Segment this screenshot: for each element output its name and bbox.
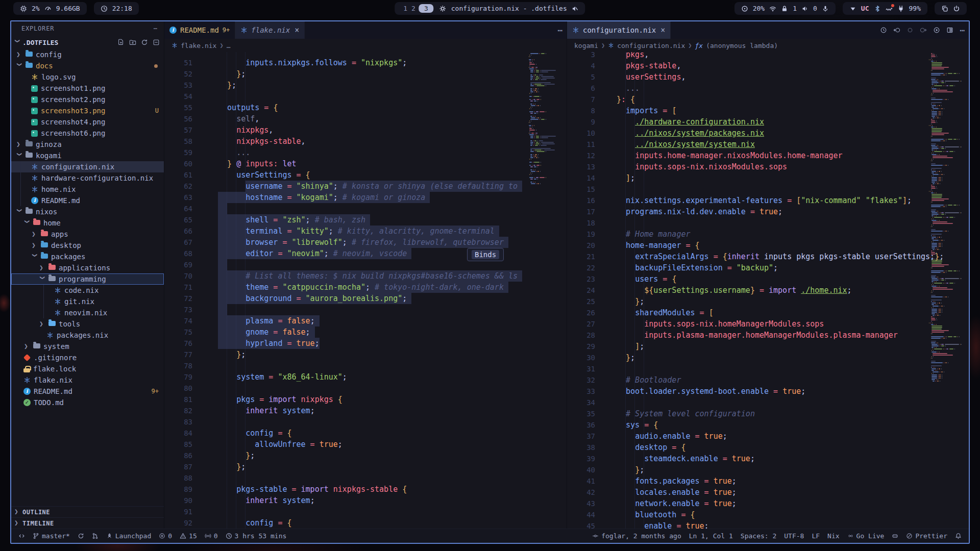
code-line-41[interactable]: 41 fonts.packages = true; [567, 475, 969, 487]
code-line-67[interactable]: 67 browser = "librewolf"; # firefox, lib… [164, 237, 567, 248]
code-line-33[interactable]: 33 boot.loader.systemd-boot.enable = tru… [567, 386, 969, 397]
hardware-pill[interactable]: 20% 1 0 [734, 2, 836, 15]
tree-item-hardware-configuration.nix[interactable]: hardware-configuration.nix [11, 172, 164, 184]
code-line-77[interactable]: 77 }; [164, 349, 567, 360]
code-line-90[interactable]: 90 inherit system; [164, 495, 567, 506]
code-line-6[interactable]: 6 ... [567, 83, 969, 94]
code-line-91[interactable]: 91 [164, 506, 567, 517]
notifications-bell[interactable] [955, 533, 962, 539]
outline-section[interactable]: ❯ OUTLINE [11, 506, 164, 517]
code-line-57[interactable]: 57 nixpkgs, [164, 124, 567, 136]
tree-item-flake.lock[interactable]: flake.lock [11, 363, 164, 374]
tree-item-system[interactable]: ❯system [11, 341, 164, 352]
prettier[interactable]: Prettier [906, 532, 947, 540]
close-icon[interactable]: × [660, 26, 665, 35]
tree-item-packages.nix[interactable]: packages.nix [11, 330, 164, 341]
tree-item-config[interactable]: ❯config [11, 49, 164, 60]
collapse-all-icon[interactable] [153, 39, 160, 46]
refresh-icon[interactable] [141, 39, 148, 46]
code-line-22[interactable]: 22 backupFileExtension = "backup"; [567, 262, 969, 273]
code-line-8[interactable]: 8 imports = [ [567, 105, 969, 116]
go-live[interactable]: Go Live [847, 532, 885, 540]
code-line-52[interactable]: 52 }; [164, 68, 567, 80]
code-line-68[interactable]: 68 editor = "neovim"; # neovim, vscode [164, 248, 567, 259]
close-icon[interactable]: × [295, 26, 299, 35]
code-line-78[interactable]: 78 [164, 360, 567, 371]
code-line-75[interactable]: 75 gnome = false; [164, 327, 567, 338]
code-line-14[interactable]: 14 ]; [567, 172, 969, 184]
code-line-39[interactable]: 39 steamdeck.enable = true; [567, 453, 969, 464]
ports-forwarded[interactable]: 0 [205, 532, 218, 540]
code-line-76[interactable]: 76 hyprland = true; [164, 338, 567, 349]
code-line-7[interactable]: 7}: { [567, 94, 969, 105]
code-line-51[interactable]: 51 inputs.nixpkgs.follows = "nixpkgs"; [164, 57, 567, 68]
code-line-58[interactable]: 58 nixpkgs-stable, [164, 136, 567, 147]
code-line-62[interactable]: 62 username = "shinya"; # konsta or shin… [164, 181, 567, 192]
code-line-38[interactable]: 38 desktop = { [567, 442, 969, 453]
code-line-53[interactable]: 53 }; [164, 80, 567, 91]
code-line-81[interactable]: 81 pkgs = import nixpkgs { [164, 394, 567, 405]
new-folder-icon[interactable] [129, 39, 136, 46]
code-line-80[interactable]: 80 [164, 383, 567, 394]
problems-warnings[interactable]: 15 [180, 532, 197, 540]
breadcrumb-symbol[interactable]: (anonymous lambda) [706, 42, 778, 49]
code-line-18[interactable]: 18 [567, 217, 969, 229]
code-line-36[interactable]: 36 sys = { [567, 419, 969, 431]
editor-more-actions-icon[interactable]: ⋯ [557, 26, 562, 35]
tree-item-home.nix[interactable]: home.nix [11, 184, 164, 195]
code-line-32[interactable]: 32 # Bootloader [567, 374, 969, 386]
code-line-72[interactable]: 72 background = "aurora_borealis.png"; [164, 293, 567, 304]
copilot[interactable] [892, 533, 898, 539]
code-line-42[interactable]: 42 locales.enable = true; [567, 487, 969, 498]
git-branch[interactable]: master* [33, 532, 70, 540]
code-line-60[interactable]: 60 } @ inputs: let [164, 158, 567, 169]
tree-item-code.nix[interactable]: code.nix [11, 285, 164, 296]
code-line-29[interactable]: 29 ]; [567, 341, 969, 352]
code-line-79[interactable]: 79 system = "x86_64-linux"; [164, 371, 567, 383]
tree-item-readme.md[interactable]: iREADME.md [11, 195, 164, 206]
code-line-59[interactable]: 59 ... [164, 147, 567, 158]
code-line-73[interactable]: 73 [164, 304, 567, 315]
code-line-21[interactable]: 21 extraSpecialArgs = {inherit inputs pk… [567, 251, 969, 262]
run-code-icon[interactable] [933, 27, 940, 34]
clipboard-icon[interactable] [941, 5, 948, 12]
code-line-3[interactable]: 3 pkgs, [567, 52, 969, 60]
circle-icon[interactable] [906, 27, 914, 34]
time-tracker[interactable]: 3 hrs 53 mins [226, 532, 287, 540]
code-line-54[interactable]: 54 [164, 91, 567, 102]
code-line-5[interactable]: 5 userSettings, [567, 71, 969, 83]
tree-item-readme.md[interactable]: iREADME.md9+ [11, 386, 164, 397]
code-line-86[interactable]: 86 }; [164, 450, 567, 461]
navigate-forward-icon[interactable] [920, 27, 927, 34]
tab-configuration-nix[interactable]: configuration.nix × [567, 21, 671, 39]
code-line-69[interactable]: 69 [164, 259, 567, 270]
breadcrumbs-left[interactable]: flake.nix ❯ … [164, 39, 567, 52]
tree-item-packages[interactable]: ❯packages [11, 251, 164, 262]
code-line-84[interactable]: 84 config = { [164, 428, 567, 439]
code-line-85[interactable]: 85 allowUnfree = true; [164, 439, 567, 450]
git-blame[interactable]: foglar, 2 months ago [592, 532, 681, 540]
timeline-section[interactable]: ❯ TIMELINE [11, 517, 164, 529]
code-line-64[interactable]: 64 [164, 203, 567, 214]
tree-item-nixos[interactable]: ❯nixos [11, 206, 164, 217]
code-line-24[interactable]: 24 ${userSettings.username} = import ./h… [567, 285, 969, 296]
tree-item-logo.svg[interactable]: logo.svg [11, 71, 164, 83]
code-line-66[interactable]: 66 terminal = "kitty"; # kitty, alacritt… [164, 226, 567, 237]
code-line-70[interactable]: 70 # List all themes: $ nix build nixpkg… [164, 270, 567, 282]
code-line-37[interactable]: 37 audio.enable = true; [567, 431, 969, 442]
tree-item-desktop[interactable]: ❯desktop [11, 240, 164, 251]
code-line-23[interactable]: 23 users = { [567, 273, 969, 285]
new-file-icon[interactable] [117, 39, 125, 46]
code-line-92[interactable]: 92 config = { [164, 517, 567, 529]
code-editor-flake-nix[interactable]: 51 inputs.nixpkgs.follows = "nixpkgs";52… [164, 52, 567, 529]
code-line-88[interactable]: 88 [164, 472, 567, 484]
workspace-1[interactable]: 1 [401, 5, 409, 12]
explorer-more-icon[interactable]: ⋯ [154, 25, 158, 32]
tab-flake-nix[interactable]: flake.nix × [235, 21, 305, 39]
code-line-15[interactable]: 15 [567, 184, 969, 195]
tree-item-neovim.nix[interactable]: neovim.nix [11, 307, 164, 318]
tree-item-ginoza[interactable]: ❯ginoza [11, 139, 164, 150]
code-editor-configuration-nix[interactable]: 3 pkgs,4 pkgs-stable,5 userSettings,6 ..… [567, 52, 969, 529]
code-line-71[interactable]: 71 theme = "catppuccin-mocha"; # tokyo-n… [164, 282, 567, 293]
workspace-2[interactable]: 2 [409, 5, 418, 12]
